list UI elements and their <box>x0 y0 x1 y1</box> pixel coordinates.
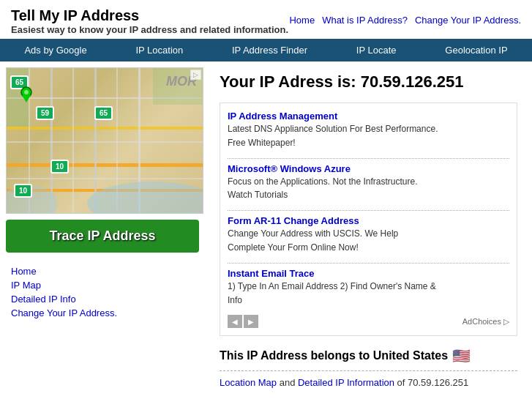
ad-text-4b: Info <box>228 294 509 307</box>
location-links-suffix: of 70.59.126.251 <box>394 377 468 388</box>
left-link-ip-map[interactable]: IP Map <box>11 280 194 291</box>
highway-sign-10a: 10 <box>50 160 69 174</box>
ad-item-1: IP Address Management Latest DNS Applian… <box>228 111 509 149</box>
svg-marker-17 <box>22 95 31 102</box>
left-link-home[interactable]: Home <box>11 266 194 277</box>
location-map-link[interactable]: Location Map <box>220 377 277 388</box>
left-links: Home IP Map Detailed IP Info Change Your… <box>0 258 205 329</box>
svg-rect-7 <box>72 68 74 213</box>
svg-point-18 <box>24 90 29 94</box>
ad-item-3: Form AR-11 Change Address Change Your Ad… <box>228 215 509 254</box>
nav-what-is-ip[interactable]: What is IP Address? <box>322 15 408 26</box>
map-background: 59 65 10 10 65 MOR ▷ <box>7 68 203 213</box>
main-content: 59 65 10 10 65 MOR ▷ <box>0 61 532 399</box>
highway-sign-59: 59 <box>36 106 54 120</box>
ad-choices-label: AdChoices ▷ <box>462 317 509 327</box>
ad-text-1a: Latest DNS Appliance Solution For Best P… <box>228 123 509 135</box>
navbar-ip-locate[interactable]: IP Locate <box>349 42 404 58</box>
ad-text-3b: Complete Your Form Online Now! <box>228 242 509 254</box>
ad-divider-1 <box>228 158 509 159</box>
ads-label: ▷ <box>190 70 201 80</box>
ip-country-section: This IP Address belongs to United States… <box>220 347 517 365</box>
ad-divider-2 <box>228 210 509 211</box>
navbar-geolocation[interactable]: Geolocation IP <box>438 42 514 58</box>
ad-section: IP Address Management Latest DNS Applian… <box>220 102 517 336</box>
header-left: Tell My IP Address Easiest way to know y… <box>11 7 288 35</box>
navbar: Ads by Google IP Location IP Address Fin… <box>0 39 532 61</box>
ad-link-2[interactable]: Microsoft® Windows Azure <box>228 163 351 174</box>
svg-rect-0 <box>7 127 203 130</box>
ad-text-2b: Watch Tutorials <box>228 189 509 201</box>
navbar-ip-finder[interactable]: IP Address Finder <box>225 42 315 58</box>
left-column: 59 65 10 10 65 MOR ▷ <box>0 61 205 399</box>
location-links-separator: and <box>277 377 298 388</box>
ad-link-1[interactable]: IP Address Management <box>228 111 337 122</box>
ad-next-button[interactable]: ▶ <box>244 315 258 328</box>
location-links: Location Map and Detailed IP Information… <box>220 370 517 388</box>
ad-controls: ◀ ▶ AdChoices ▷ <box>228 315 509 328</box>
country-flag: 🇺🇸 <box>452 347 471 365</box>
ad-navigation: ◀ ▶ <box>228 315 258 328</box>
header-nav: Home What is IP Address? Change Your IP … <box>289 7 521 26</box>
ad-text-1b: Free Whitepaper! <box>228 137 509 149</box>
ad-prev-button[interactable]: ◀ <box>228 315 242 328</box>
ad-text-3a: Change Your Address with USCIS. We Help <box>228 228 509 240</box>
ad-divider-3 <box>228 263 509 264</box>
ad-text-4a: 1) Type In An Email Address 2) Find Owne… <box>228 280 509 293</box>
header: Tell My IP Address Easiest way to know y… <box>0 0 532 39</box>
detailed-ip-link[interactable]: Detailed IP Information <box>298 377 394 388</box>
ad-text-2a: Focus on the Applications. Not the Infra… <box>228 176 509 188</box>
svg-point-12 <box>87 182 203 213</box>
navbar-ip-location[interactable]: IP Location <box>128 42 190 58</box>
nav-home[interactable]: Home <box>289 15 315 26</box>
map-container: 59 65 10 10 65 MOR ▷ <box>6 67 203 214</box>
site-title: Tell My IP Address <box>11 7 288 24</box>
country-text: This IP Address belongs to United States <box>220 349 448 362</box>
nav-change-ip[interactable]: Change Your IP Address. <box>415 15 521 26</box>
ad-link-3[interactable]: Form AR-11 Change Address <box>228 215 359 226</box>
ip-address-heading: Your IP Adress is: 70.59.126.251 <box>220 72 517 92</box>
left-link-detailed[interactable]: Detailed IP Info <box>11 294 194 305</box>
right-column: Your IP Adress is: 70.59.126.251 IP Addr… <box>205 61 532 399</box>
trace-button-area[interactable]: Trace IP Address <box>6 220 199 253</box>
trace-ip-button[interactable]: Trace IP Address <box>6 220 199 253</box>
left-link-change-ip[interactable]: Change Your IP Address. <box>11 307 194 318</box>
svg-rect-1 <box>7 163 203 167</box>
ad-item-2: Microsoft® Windows Azure Focus on the Ap… <box>228 163 509 202</box>
svg-rect-4 <box>94 68 97 213</box>
svg-rect-11 <box>7 178 203 179</box>
highway-sign-10b: 10 <box>14 184 32 198</box>
ad-link-4[interactable]: Instant Email Trace <box>228 268 315 279</box>
site-subtitle: Easiest way to know your IP address and … <box>11 24 288 35</box>
highway-sign-65: 65 <box>94 106 113 120</box>
svg-rect-3 <box>50 68 53 213</box>
ad-item-4: Instant Email Trace 1) Type In An Email … <box>228 268 509 307</box>
svg-rect-10 <box>7 141 203 143</box>
map-pin <box>20 86 33 105</box>
navbar-ads[interactable]: Ads by Google <box>17 42 94 58</box>
